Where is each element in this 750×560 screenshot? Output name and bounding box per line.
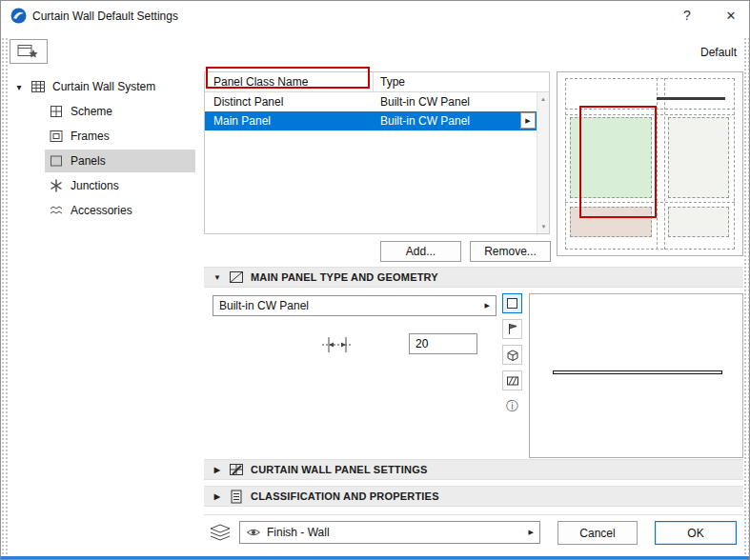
preview-mullion-line <box>664 78 665 250</box>
cancel-button[interactable]: Cancel <box>557 521 638 545</box>
panel-thickness-input[interactable] <box>409 333 477 354</box>
preview-mode-plan-button[interactable] <box>502 293 522 313</box>
cw-panel-settings-icon <box>229 463 244 477</box>
frames-icon <box>49 129 64 144</box>
section-flag-icon <box>505 322 519 336</box>
close-button[interactable]: ✕ <box>713 1 749 30</box>
section-title: CLASSIFICATION AND PROPERTIES <box>251 490 439 502</box>
panel-class-name-cell: Main Panel <box>205 114 271 128</box>
window-edge-texture-left <box>1 37 9 557</box>
annotation-box-panel-class-name <box>206 67 370 89</box>
curtain-wall-system-icon <box>30 79 46 94</box>
app-icon <box>10 8 27 24</box>
tree-item-junctions[interactable]: Junctions <box>45 174 119 197</box>
table-scrollbar[interactable]: ▲ ▼ <box>537 92 549 233</box>
section-header-classification[interactable]: ▶ CLASSIFICATION AND PROPERTIES <box>204 486 743 507</box>
section-header-cw-panel-settings[interactable]: ▶ CURTAIN WALL PANEL SETTINGS <box>204 459 743 480</box>
curtain-wall-default-settings-dialog: Curtain Wall Default Settings ? ✕ Defaul… <box>0 0 750 560</box>
favorite-name-label: Default <box>659 46 737 59</box>
tree-item-label: Scheme <box>71 105 112 118</box>
row-options-button[interactable]: ▶ <box>520 112 536 129</box>
eye-icon <box>246 527 261 538</box>
scroll-down-icon[interactable]: ▼ <box>537 220 550 233</box>
window-title: Curtain Wall Default Settings <box>32 10 178 23</box>
tree-expander-icon[interactable]: ▾ <box>14 82 24 92</box>
favorites-button[interactable] <box>10 39 48 64</box>
tree-item-label: Junctions <box>71 179 119 192</box>
accessories-icon <box>49 203 64 218</box>
preview-mode-3d-button[interactable] <box>502 345 522 365</box>
column-header-type[interactable]: Type <box>380 75 405 89</box>
table-row-selected[interactable]: Main Panel Built-in CW Panel ▶ <box>205 111 537 130</box>
tree-item-label: Panels <box>71 154 106 168</box>
add-button[interactable]: Add... <box>380 241 461 262</box>
preview-frame-bar <box>657 97 725 100</box>
annotation-box-main-panel <box>579 106 657 218</box>
tree-item-label: Frames <box>71 130 110 143</box>
panel-geometry-icon <box>229 270 244 285</box>
panel-section-line <box>553 370 722 374</box>
tree-item-label: Accessories <box>71 204 132 217</box>
scheme-icon <box>49 104 64 119</box>
panel-type-value: Built-in CW Panel <box>219 299 479 312</box>
table-row[interactable]: Distinct Panel Built-in CW Panel <box>205 92 537 111</box>
preview-side-panel <box>668 117 729 198</box>
preview-mode-hatch-button[interactable] <box>502 370 522 390</box>
hatch-icon <box>505 373 520 389</box>
row-options-arrow-icon: ▶ <box>525 117 530 125</box>
layers-icon <box>207 523 233 542</box>
layer-dropdown[interactable]: Finish - Wall ▶ <box>239 521 540 544</box>
tree-item-accessories[interactable]: Accessories <box>45 199 132 222</box>
dropdown-arrow-icon: ▶ <box>529 529 534 536</box>
window-border-accent <box>1 556 750 560</box>
section-closed-icon: ▶ <box>213 492 222 501</box>
settings-tree: ▾ Curtain Wall System Scheme <box>9 71 196 513</box>
tree-item-curtain-wall-system[interactable]: ▾ Curtain Wall System <box>10 75 155 98</box>
dropdown-arrow-icon: ▶ <box>485 302 490 310</box>
panel-class-name-cell: Distinct Panel <box>205 95 283 109</box>
tree-item-frames[interactable]: Frames <box>45 125 110 148</box>
panel-type-cell: Built-in CW Panel <box>380 114 470 128</box>
tree-item-panels[interactable]: Panels <box>45 150 195 172</box>
preview-bottom-side-panel <box>668 207 729 237</box>
section-header-main-panel-geometry[interactable]: ▼ MAIN PANEL TYPE AND GEOMETRY <box>204 267 743 288</box>
classification-icon <box>229 490 244 504</box>
panel-type-cell: Built-in CW Panel <box>380 95 470 109</box>
plan-symbol-icon <box>505 296 519 310</box>
remove-button[interactable]: Remove... <box>470 241 551 262</box>
panel-class-list: Panel Class Name Type Distinct Panel Bui… <box>204 71 550 234</box>
cube-icon <box>505 348 520 363</box>
panels-icon <box>49 153 64 169</box>
panel-thickness-icon <box>321 335 354 354</box>
panel-type-dropdown[interactable]: Built-in CW Panel ▶ <box>213 295 497 316</box>
info-icon[interactable]: ⓘ <box>502 396 522 416</box>
section-title: MAIN PANEL TYPE AND GEOMETRY <box>251 271 438 283</box>
panel-section-preview <box>529 293 743 458</box>
titlebar: Curtain Wall Default Settings ? ✕ <box>1 1 750 31</box>
section-open-icon: ▼ <box>213 273 222 282</box>
tree-item-label: Curtain Wall System <box>52 80 155 93</box>
ok-button[interactable]: OK <box>655 521 737 545</box>
column-divider[interactable] <box>373 72 374 92</box>
preview-mode-section-button[interactable] <box>502 319 522 339</box>
preview-mullion-line <box>657 78 658 250</box>
scroll-up-icon[interactable]: ▲ <box>537 92 549 106</box>
tree-item-scheme[interactable]: Scheme <box>45 100 112 123</box>
help-button[interactable]: ? <box>671 1 703 30</box>
section-closed-icon: ▶ <box>213 466 222 474</box>
junctions-icon <box>49 178 64 193</box>
favorites-icon <box>17 44 40 60</box>
window-edge-texture-right <box>743 37 750 557</box>
footer-separator <box>204 514 743 515</box>
layer-value: Finish - Wall <box>267 526 523 539</box>
section-title: CURTAIN WALL PANEL SETTINGS <box>251 464 427 475</box>
